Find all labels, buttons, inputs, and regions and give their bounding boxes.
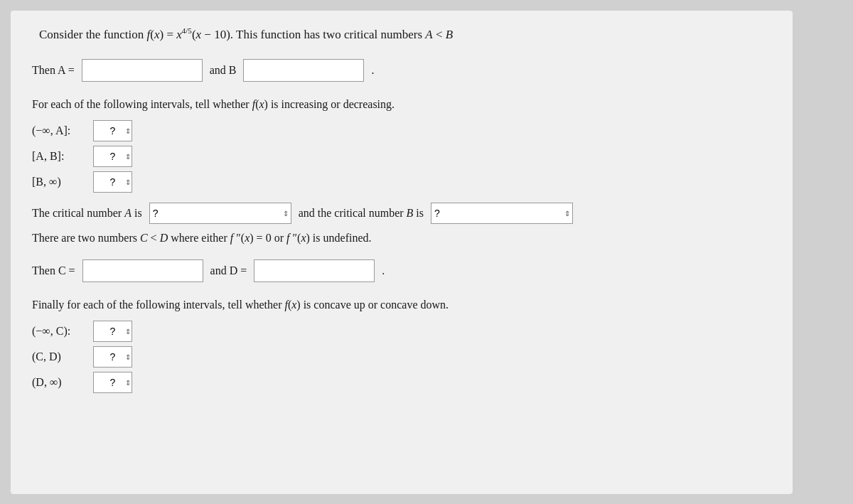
critical-section: The critical number A is ? local min loc… (32, 203, 771, 247)
interval-label-3: [B, ∞) (32, 176, 89, 188)
b-input[interactable] (243, 59, 364, 82)
concave-3-select[interactable]: ? concave up concave down (93, 372, 132, 393)
c-input[interactable] (82, 259, 203, 282)
interval-2-dropdown-wrapper: ? Increasing Decreasing (93, 146, 132, 167)
critical-a-label: The critical number A is (32, 207, 142, 220)
concave-label-3: (D, ∞) (32, 376, 89, 389)
critical-a-dropdown-wrapper: ? local min local max neither (149, 203, 291, 224)
interval-1-select[interactable]: ? Increasing Decreasing (93, 120, 132, 141)
concave-title: Finally for each of the following interv… (32, 296, 771, 313)
critical-b-dropdown-wrapper: ? local min local max neither (431, 203, 573, 224)
concave-2-dropdown-wrapper: ? concave up concave down (93, 346, 132, 368)
interval-3-dropdown-wrapper: ? Increasing Decreasing (93, 171, 132, 193)
concave-label-1: (−∞, C): (32, 325, 89, 338)
then-c-label: Then C = (32, 264, 75, 277)
concave-section: Finally for each of the following interv… (32, 296, 771, 393)
a-input[interactable] (82, 59, 203, 82)
concave-row-neg-inf-C: (−∞, C): ? concave up concave down (32, 321, 771, 342)
interval-label-1: (−∞, A]: (32, 124, 89, 137)
concave-row-D-inf: (D, ∞) ? concave up concave down (32, 372, 771, 393)
concave-label-2: (C, D) (32, 350, 89, 363)
concave-3-dropdown-wrapper: ? concave up concave down (93, 372, 132, 393)
critical-b-select[interactable]: ? local min local max neither (431, 203, 573, 224)
cd-row: Then C = and D = . (32, 259, 771, 282)
interval-1-dropdown-wrapper: ? Increasing Decreasing (93, 120, 132, 141)
then-a-label: Then A = (32, 64, 75, 77)
problem-header: Consider the function f(x) = x4/5(x − 10… (32, 25, 771, 43)
d-input[interactable] (254, 259, 375, 282)
critical-b-label: and the critical number B is (299, 207, 424, 220)
and-b-label: and B (210, 64, 237, 77)
interval-2-select[interactable]: ? Increasing Decreasing (93, 146, 132, 167)
ab-row: Then A = and B . (32, 59, 771, 82)
concave-2-select[interactable]: ? concave up concave down (93, 346, 132, 368)
page-container: Consider the function f(x) = x4/5(x − 10… (11, 11, 793, 494)
and-d-label: and D = (210, 264, 247, 277)
interval-3-select[interactable]: ? Increasing Decreasing (93, 171, 132, 193)
interval-row-neg-inf-A: (−∞, A]: ? Increasing Decreasing (32, 120, 771, 141)
cd-description: There are two numbers C < D where either… (32, 230, 771, 247)
critical-a-select[interactable]: ? local min local max neither (149, 203, 291, 224)
intervals-section: For each of the following intervals, tel… (32, 96, 771, 193)
critical-ab-row: The critical number A is ? local min loc… (32, 203, 771, 224)
ab-period: . (371, 64, 374, 77)
concave-1-dropdown-wrapper: ? concave up concave down (93, 321, 132, 342)
interval-label-2: [A, B]: (32, 150, 89, 163)
interval-row-A-B: [A, B]: ? Increasing Decreasing (32, 146, 771, 167)
concave-row-C-D: (C, D) ? concave up concave down (32, 346, 771, 368)
intervals-title: For each of the following intervals, tel… (32, 96, 771, 113)
cd-period: . (382, 264, 385, 277)
concave-1-select[interactable]: ? concave up concave down (93, 321, 132, 342)
interval-row-B-inf: [B, ∞) ? Increasing Decreasing (32, 171, 771, 193)
